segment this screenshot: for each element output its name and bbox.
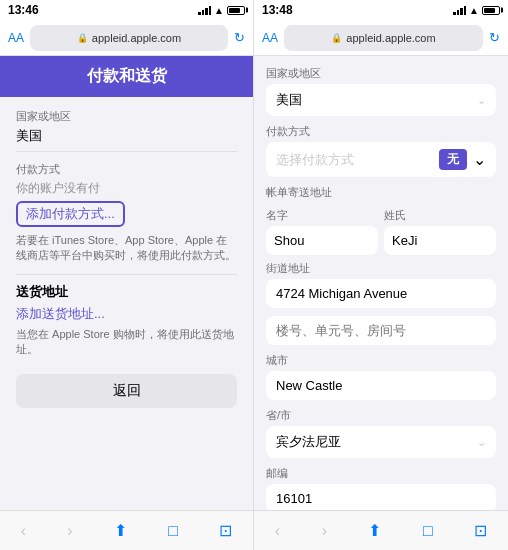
right-time: 13:48 xyxy=(262,3,293,17)
left-divider-1 xyxy=(16,151,237,152)
right-toolbar-share[interactable]: ⬆ xyxy=(360,517,389,544)
right-zip-group: 邮编 xyxy=(266,466,496,510)
right-zip-label: 邮编 xyxy=(266,466,496,481)
left-payment-desc: 若要在 iTunes Store、App Store、Apple 在线商店等平台… xyxy=(16,233,237,264)
right-payment-group: 付款方式 选择付款方式 无 ⌄ xyxy=(266,124,496,177)
left-back-button[interactable]: 返回 xyxy=(16,374,237,408)
right-toolbar-forward[interactable]: › xyxy=(314,518,335,544)
right-last-name-label: 姓氏 xyxy=(384,208,496,223)
left-time: 13:46 xyxy=(8,3,39,17)
left-battery-icon xyxy=(227,6,245,15)
left-bottom-toolbar: ‹ › ⬆ □ ⊡ xyxy=(0,510,253,550)
left-shipping-desc: 当您在 Apple Store 购物时，将使用此送货地址。 xyxy=(16,327,237,358)
left-wifi-icon: ▲ xyxy=(214,5,224,16)
left-payment-label: 付款方式 xyxy=(16,162,237,177)
right-billing-label: 帐单寄送地址 xyxy=(266,185,496,200)
right-toolbar-back[interactable]: ‹ xyxy=(267,518,288,544)
right-billing-group: 帐单寄送地址 xyxy=(266,185,496,200)
left-status-bar: 13:46 ▲ xyxy=(0,0,253,20)
left-add-shipping-button[interactable]: 添加送货地址... xyxy=(16,305,237,323)
right-first-name-label: 名字 xyxy=(266,208,378,223)
right-toolbar-tabs[interactable]: ⊡ xyxy=(466,517,495,544)
left-add-payment-button[interactable]: 添加付款方式... xyxy=(16,201,125,227)
right-country-chevron: ⌄ xyxy=(477,94,486,107)
left-signal-icon xyxy=(198,5,211,15)
left-url-bar[interactable]: 🔒 appleid.apple.com xyxy=(30,25,228,51)
left-url-text: appleid.apple.com xyxy=(92,32,181,44)
left-country-value: 美国 xyxy=(16,127,237,145)
right-panel: 13:48 ▲ AA 🔒 appleid.apple.com ↻ 国家或地区 xyxy=(254,0,508,550)
right-country-value: 美国 xyxy=(276,91,302,109)
right-status-bar: 13:48 ▲ xyxy=(254,0,508,20)
right-lock-icon: 🔒 xyxy=(331,33,342,43)
left-toolbar-forward[interactable]: › xyxy=(59,518,80,544)
right-state-value: 宾夕法尼亚 xyxy=(276,433,341,451)
right-apt-group xyxy=(266,316,496,345)
right-first-name-group: 名字 xyxy=(266,208,378,255)
right-name-row: 名字 姓氏 xyxy=(266,208,496,255)
right-state-label: 省/市 xyxy=(266,408,496,423)
left-toolbar-share[interactable]: ⬆ xyxy=(106,517,135,544)
left-toolbar-tabs[interactable]: ⊡ xyxy=(211,517,240,544)
right-state-group: 省/市 宾夕法尼亚 ⌄ xyxy=(266,408,496,458)
right-url-bar[interactable]: 🔒 appleid.apple.com xyxy=(284,25,483,51)
right-payment-chevron: ⌄ xyxy=(473,150,486,169)
right-signal-icon xyxy=(453,5,466,15)
right-first-name-input[interactable] xyxy=(266,226,378,255)
right-content: 国家或地区 美国 ⌄ 付款方式 选择付款方式 无 ⌄ 帐单寄送地址 名字 姓氏 xyxy=(254,56,508,510)
left-divider-2 xyxy=(16,274,237,275)
left-aa-button[interactable]: AA xyxy=(8,31,24,45)
right-wifi-icon: ▲ xyxy=(469,5,479,16)
right-payment-placeholder: 选择付款方式 xyxy=(276,151,439,169)
right-none-badge: 无 xyxy=(439,149,467,170)
left-reload-icon[interactable]: ↻ xyxy=(234,30,245,45)
right-state-input[interactable]: 宾夕法尼亚 ⌄ xyxy=(266,426,496,458)
right-last-name-input[interactable] xyxy=(384,226,496,255)
right-apt-input[interactable] xyxy=(266,316,496,345)
left-panel: 13:46 ▲ AA 🔒 appleid.apple.com ↻ 付款和送货 国… xyxy=(0,0,254,550)
right-state-chevron: ⌄ xyxy=(477,436,486,449)
right-country-label: 国家或地区 xyxy=(266,66,496,81)
right-street-group: 街道地址 xyxy=(266,261,496,308)
left-address-bar: AA 🔒 appleid.apple.com ↻ xyxy=(0,20,253,56)
right-aa-button[interactable]: AA xyxy=(262,31,278,45)
right-toolbar-bookmarks[interactable]: □ xyxy=(415,518,441,544)
right-street-label: 街道地址 xyxy=(266,261,496,276)
left-toolbar-back[interactable]: ‹ xyxy=(13,518,34,544)
right-url-text: appleid.apple.com xyxy=(346,32,435,44)
right-country-group: 国家或地区 美国 ⌄ xyxy=(266,66,496,116)
right-payment-label: 付款方式 xyxy=(266,124,496,139)
right-street-input[interactable] xyxy=(266,279,496,308)
right-city-input[interactable] xyxy=(266,371,496,400)
left-content: 国家或地区 美国 付款方式 你的账户没有付 添加付款方式... 若要在 iTun… xyxy=(0,97,253,510)
left-status-icons: ▲ xyxy=(198,5,245,16)
right-reload-icon[interactable]: ↻ xyxy=(489,30,500,45)
left-shipping-title: 送货地址 xyxy=(16,283,237,301)
left-lock-icon: 🔒 xyxy=(77,33,88,43)
right-payment-row[interactable]: 选择付款方式 无 ⌄ xyxy=(266,142,496,177)
right-bottom-toolbar: ‹ › ⬆ □ ⊡ xyxy=(254,510,508,550)
left-country-label: 国家或地区 xyxy=(16,109,237,124)
left-no-payment-text: 你的账户没有付 xyxy=(16,180,237,197)
right-zip-input[interactable] xyxy=(266,484,496,510)
right-status-icons: ▲ xyxy=(453,5,500,16)
right-last-name-group: 姓氏 xyxy=(384,208,496,255)
right-battery-icon xyxy=(482,6,500,15)
right-country-input[interactable]: 美国 ⌄ xyxy=(266,84,496,116)
right-city-group: 城市 xyxy=(266,353,496,400)
left-page-header: 付款和送货 xyxy=(0,56,253,97)
left-page-title: 付款和送货 xyxy=(16,66,237,87)
right-city-label: 城市 xyxy=(266,353,496,368)
left-toolbar-bookmarks[interactable]: □ xyxy=(160,518,186,544)
right-address-bar: AA 🔒 appleid.apple.com ↻ xyxy=(254,20,508,56)
